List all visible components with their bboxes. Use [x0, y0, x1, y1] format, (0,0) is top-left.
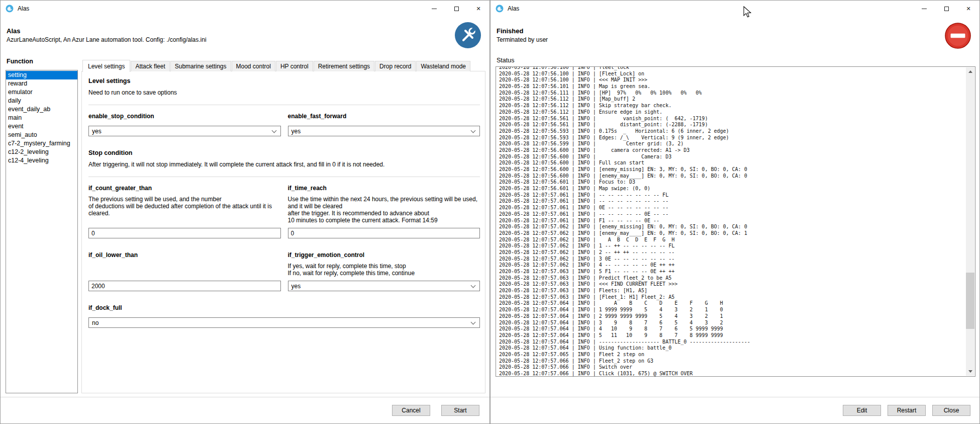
section-stop-condition-desc: After triggering, it will not stop immed…: [88, 161, 480, 168]
scrollbar-thumb[interactable]: [966, 273, 974, 329]
settings-tab[interactable]: Wasteland mode: [416, 61, 470, 71]
settings-tab[interactable]: Drop record: [375, 61, 416, 71]
log-line: 2020-05-28 12:07:56.112 | INFO | Ensure …: [499, 109, 965, 116]
settings-tab[interactable]: Submarine settings: [170, 61, 231, 71]
minimize-icon: [432, 9, 437, 9]
function-list-item[interactable]: setting: [6, 71, 77, 79]
settings-tab[interactable]: Retirement settings: [314, 61, 374, 71]
chevron-down-icon: [471, 128, 476, 133]
log-line: 2020-05-28 12:07:57.062 | INFO | 1 -- ++…: [499, 243, 965, 249]
close-button[interactable]: ✕: [467, 1, 489, 17]
log-line: 2020-05-28 12:07:57.066 | INFO | Click (…: [499, 371, 965, 376]
log-line: 2020-05-28 12:07:56.111 | INFO | [HP] 97…: [499, 90, 965, 97]
log-line: 2020-05-28 12:07:57.062 | INFO | [enemy_…: [499, 230, 965, 237]
function-list-item[interactable]: reward: [6, 79, 77, 88]
start-button[interactable]: Start: [441, 405, 479, 416]
function-list-item[interactable]: c12-2_leveling: [6, 148, 77, 156]
function-list-item[interactable]: semi_auto: [6, 131, 77, 139]
field-if-time-reach: if_time_reach Use the time within the ne…: [288, 185, 480, 238]
maximize-button[interactable]: [935, 1, 957, 17]
field-label: if_time_reach: [288, 185, 480, 192]
log-line: 2020-05-28 12:07:57.062 | INFO | A B C D…: [499, 237, 965, 243]
selected-value: yes: [291, 128, 301, 135]
triangle-up-icon: [968, 68, 972, 73]
settings-tab[interactable]: Mood control: [232, 61, 275, 71]
log-line: 2020-05-28 12:07:56.600 | INFO | [enemy_…: [499, 173, 965, 180]
log-line: 2020-05-28 12:07:56.593 | INFO | 0.175s …: [499, 128, 965, 135]
section-level-settings-desc: Need to run once to save options: [88, 89, 480, 96]
status-group-label: Status: [497, 57, 975, 64]
minimize-icon: [922, 9, 927, 9]
log-line: 2020-05-28 12:07:57.063 | INFO | 5 F1 --…: [499, 269, 965, 275]
divider: [88, 177, 480, 177]
if-count-greater-than-input[interactable]: [88, 228, 281, 238]
field-label: if_trigger_emotion_control: [288, 251, 480, 259]
chevron-down-icon: [471, 319, 476, 324]
field-label: enable_stop_condition: [88, 113, 281, 120]
log-line: 2020-05-28 12:07:57.064 | INFO | 4 10 9 …: [499, 326, 965, 332]
log-line: 2020-05-28 12:07:57.064 | INFO | Using f…: [499, 345, 965, 352]
function-list-item[interactable]: event: [6, 122, 77, 131]
section-level-settings-title: Level settings: [88, 77, 480, 84]
scroll-down-button[interactable]: [966, 367, 974, 376]
settings-tab[interactable]: HP control: [276, 61, 313, 71]
close-icon: ✕: [966, 6, 970, 12]
if-trigger-emotion-control-select[interactable]: yes: [288, 281, 480, 291]
form-row-4: if_dock_full no: [88, 304, 480, 328]
field-desc: If yes, wait for reply, complete this ti…: [288, 263, 480, 277]
function-list-item[interactable]: c7-2_mystery_farming: [6, 139, 77, 148]
log-line: 2020-05-28 12:07:56.101 | INFO | Map is …: [499, 83, 965, 90]
settings-tab[interactable]: Attack fleet: [131, 61, 169, 71]
log-line: 2020-05-28 12:07:57.062 | INFO | 3 0E --…: [499, 256, 965, 263]
edit-button[interactable]: Edit: [843, 405, 881, 416]
field-if-dock-full: if_dock_full no: [88, 304, 480, 328]
function-list-item[interactable]: emulator: [6, 88, 77, 97]
log-line: 2020-05-28 12:07:57.064 | INFO | A B C D…: [499, 300, 965, 307]
function-list-item[interactable]: daily: [6, 97, 77, 105]
right-footer: Edit Restart Close: [491, 397, 979, 423]
alas-config-window: Alas ✕ Alas AzurLaneAutoScript, An Azur …: [0, 0, 490, 424]
settings-tab[interactable]: Level settings: [82, 60, 130, 72]
enable-stop-condition-select[interactable]: yes: [88, 126, 281, 136]
close-button[interactable]: ✕: [957, 1, 979, 17]
cancel-button[interactable]: Cancel: [392, 405, 430, 416]
selected-value: yes: [291, 283, 301, 290]
right-body: Status 2020-05-28 12:07:56.100 | INFO | …: [491, 54, 979, 397]
function-list-item[interactable]: main: [6, 114, 77, 122]
function-list-item[interactable]: event_daily_ab: [6, 105, 77, 114]
left-titlebar: Alas ✕: [1, 1, 489, 17]
field-enable-fast-forward: enable_fast_forward yes: [288, 113, 480, 136]
function-sidebar: Function settingrewardemulatordailyevent…: [1, 54, 81, 393]
log-scrollbar[interactable]: [966, 67, 974, 376]
maximize-button[interactable]: [445, 1, 467, 17]
left-header: Alas AzurLaneAutoScript, An Azur Lane au…: [1, 17, 489, 54]
log-line: 2020-05-28 12:07:57.064 | INFO | -------…: [499, 339, 965, 346]
if-oil-lower-than-input[interactable]: [88, 281, 281, 291]
if-dock-full-select[interactable]: no: [88, 317, 480, 328]
enable-fast-forward-select[interactable]: yes: [288, 126, 480, 136]
minimize-button[interactable]: [913, 1, 935, 17]
if-time-reach-input[interactable]: [288, 228, 480, 238]
field-desc: Use the time within the next 24 hours, t…: [288, 196, 480, 224]
log-line: 2020-05-28 12:07:56.100 | INFO | fleet_l…: [499, 66, 965, 71]
minimize-button[interactable]: [423, 1, 445, 17]
field-desc: The previous setting will be used, and t…: [88, 196, 281, 217]
status-subtitle: Terminated by user: [497, 36, 548, 43]
scroll-up-button[interactable]: [966, 67, 974, 76]
form-row-2: if_count_greater_than The previous setti…: [88, 185, 480, 238]
log-line: 2020-05-28 12:07:57.062 | INFO | 4 -- --…: [499, 262, 965, 269]
form-row-1: enable_stop_condition yes enable_fast_fo…: [88, 113, 480, 136]
alas-logo-icon: [496, 5, 504, 13]
field-enable-stop-condition: enable_stop_condition yes: [88, 113, 281, 136]
function-label: Function: [7, 58, 78, 65]
restart-button[interactable]: Restart: [888, 405, 926, 416]
log-line: 2020-05-28 12:07:56.601 | INFO | Map swi…: [499, 186, 965, 192]
form-row-3: if_oil_lower_than if_trigger_emotion_con…: [88, 251, 480, 291]
log-line: 2020-05-28 12:07:56.100 | INFO | <<< MAP…: [499, 77, 965, 83]
field-label: if_count_greater_than: [88, 185, 281, 192]
function-list-item[interactable]: c12-4_leveling: [6, 156, 77, 165]
field-if-oil-lower-than: if_oil_lower_than: [88, 251, 281, 291]
close-window-button[interactable]: Close: [932, 405, 970, 416]
log-line: 2020-05-28 12:07:57.066 | INFO | Fleet_2…: [499, 358, 965, 365]
log-line: 2020-05-28 12:07:56.600 | INFO | Full sc…: [499, 160, 965, 166]
